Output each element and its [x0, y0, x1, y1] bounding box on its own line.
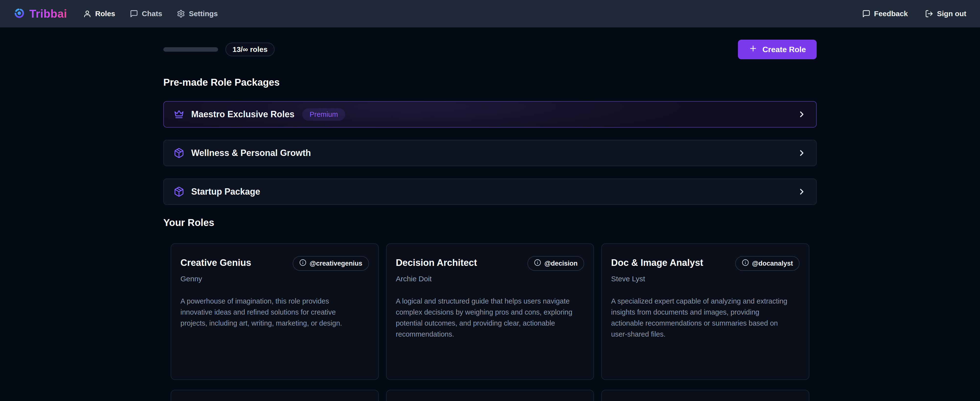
create-role-button[interactable]: Create Role: [738, 40, 817, 59]
navbar-right: Feedback Sign out: [862, 10, 966, 18]
sign-out-button[interactable]: Sign out: [925, 10, 966, 18]
role-handle-badge[interactable]: @decision: [527, 256, 584, 271]
feedback-label: Feedback: [874, 10, 908, 18]
role-title: Decision Architect: [396, 257, 477, 268]
nav-item-chats[interactable]: Chats: [130, 10, 162, 18]
role-subtitle: Steve Lyst: [611, 275, 800, 283]
role-handle-badge[interactable]: @docanalyst: [735, 256, 800, 271]
card-header: Creative Genius @creativegenius: [180, 257, 369, 271]
message-icon: [130, 10, 138, 18]
card-header: Doc & Image Analyst @docanalyst: [611, 257, 800, 271]
role-card-creative-genius[interactable]: Creative Genius @creativegenius Genny A …: [171, 243, 379, 380]
role-handle: @decision: [544, 260, 578, 267]
role-card-decision-architect[interactable]: Decision Architect @decision Archie Doit…: [386, 243, 594, 380]
role-title: Doc & Image Analyst: [611, 257, 703, 268]
nav-item-label: Settings: [189, 10, 218, 18]
info-icon: [299, 259, 306, 268]
package-name: Maestro Exclusive Roles: [191, 109, 294, 120]
card-header: Decision Architect @decision: [396, 257, 584, 271]
nav-item-settings[interactable]: Settings: [177, 10, 218, 18]
feedback-button[interactable]: Feedback: [862, 10, 908, 18]
roles-progress-bar: [163, 47, 218, 52]
nav-item-label: Chats: [142, 10, 162, 18]
nav-item-roles[interactable]: Roles: [83, 10, 115, 18]
main-content: 13/∞ roles Create Role Pre-made Role Pac…: [163, 39, 817, 401]
create-role-label: Create Role: [762, 45, 806, 54]
nav-item-label: Roles: [95, 10, 115, 18]
crown-icon: [173, 109, 185, 120]
package-icon: [173, 148, 185, 158]
feedback-icon: [862, 10, 870, 18]
plus-icon: [749, 44, 757, 55]
brand-name: Tribbai: [29, 7, 67, 20]
role-card-partial[interactable]: [386, 390, 594, 401]
role-subtitle: Archie Doit: [396, 275, 584, 283]
package-row-wellness[interactable]: Wellness & Personal Growth: [163, 140, 817, 166]
role-cards-grid: Creative Genius @creativegenius Genny A …: [171, 243, 809, 401]
brand[interactable]: Tribbai: [14, 7, 67, 20]
chevron-right-icon: [797, 110, 807, 119]
user-icon: [83, 10, 91, 18]
package-name: Wellness & Personal Growth: [191, 148, 311, 158]
chevron-right-icon: [797, 149, 807, 158]
role-subtitle: Genny: [180, 275, 369, 283]
navbar: Tribbai Roles Chats: [0, 0, 980, 27]
package-icon: [173, 186, 185, 197]
role-description: A specialized expert capable of analyzin…: [611, 296, 792, 340]
info-icon: [534, 259, 541, 268]
role-description: A powerhouse of imagination, this role p…: [180, 296, 361, 329]
gear-icon: [177, 10, 185, 18]
tribbai-logo-icon: [14, 8, 25, 20]
package-row-maestro[interactable]: Maestro Exclusive Roles Premium: [163, 101, 817, 128]
logout-icon: [925, 10, 933, 18]
role-card-partial[interactable]: [601, 390, 809, 401]
role-handle: @creativegenius: [310, 260, 362, 267]
premium-badge: Premium: [302, 108, 345, 121]
role-card-partial[interactable]: [171, 390, 379, 401]
role-handle-badge[interactable]: @creativegenius: [293, 256, 369, 271]
chevron-right-icon: [797, 187, 807, 197]
role-handle: @docanalyst: [752, 260, 793, 267]
sign-out-label: Sign out: [937, 10, 966, 18]
packages-section-title: Pre-made Role Packages: [163, 77, 817, 88]
info-icon: [742, 259, 749, 268]
roles-toolbar: 13/∞ roles Create Role: [163, 39, 817, 60]
package-row-startup[interactable]: Startup Package: [163, 179, 817, 205]
primary-nav: Roles Chats Settings: [83, 10, 218, 18]
role-card-doc-image-analyst[interactable]: Doc & Image Analyst @docanalyst Steve Ly…: [601, 243, 809, 380]
role-description: A logical and structured guide that help…: [396, 296, 577, 340]
package-name: Startup Package: [191, 187, 260, 197]
package-list: Maestro Exclusive Roles Premium Wellness…: [163, 101, 817, 205]
your-roles-section-title: Your Roles: [163, 217, 817, 228]
roles-count-badge: 13/∞ roles: [226, 43, 275, 56]
role-title: Creative Genius: [180, 257, 251, 268]
